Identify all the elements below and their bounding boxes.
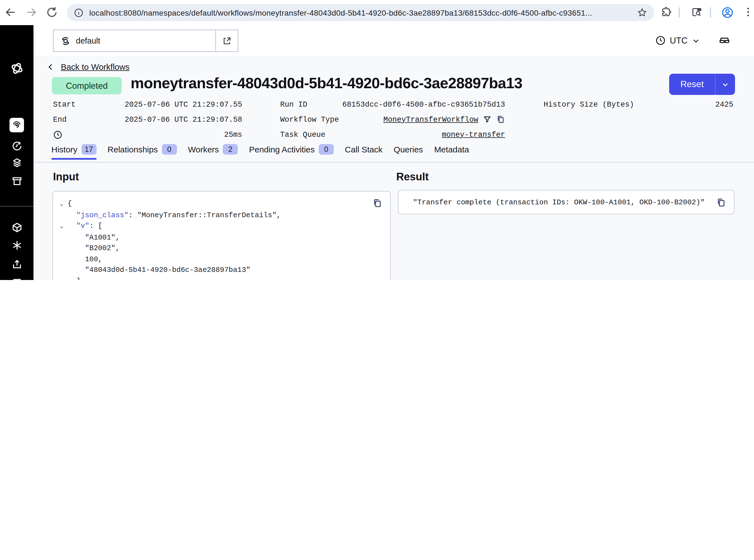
copy-icon[interactable] <box>716 198 726 208</box>
start-value: 2025-07-06 UTC 21:29:07.55 <box>125 100 242 108</box>
filter-funnel-icon[interactable] <box>483 115 492 124</box>
toolbar-separator <box>710 7 711 18</box>
main-content: Back to Workflows Completed moneytransfe… <box>34 56 754 280</box>
app-sidebar: 2.34.0 <box>0 25 34 280</box>
extensions-icon[interactable] <box>660 6 673 18</box>
sidebar-item-docs[interactable] <box>9 276 24 280</box>
tab-pending-activities[interactable]: Pending Activities 0 <box>249 144 334 160</box>
reset-button-label[interactable]: Reset <box>669 74 715 95</box>
chevron-down-icon <box>692 36 700 45</box>
browser-toolbar: localhost:8080/namespaces/default/workfl… <box>0 0 754 26</box>
task-queue-link[interactable]: money-transfer <box>442 131 505 139</box>
copy-icon[interactable] <box>496 115 505 124</box>
tab-pending-activities-count: 0 <box>319 144 334 155</box>
back-icon[interactable] <box>4 6 17 18</box>
reset-button[interactable]: Reset <box>669 74 735 95</box>
timezone-label: UTC <box>670 36 688 45</box>
task-queue-label: Task Queue <box>280 131 325 139</box>
timezone-selector[interactable]: UTC <box>655 25 700 56</box>
status-badge: Completed <box>52 77 122 94</box>
result-heading: Result <box>396 171 429 183</box>
profile-icon[interactable] <box>721 6 733 18</box>
tab-relationships[interactable]: Relationships 0 <box>107 144 177 160</box>
input-json: ⌄{ "json_class": "MoneyTransfer::Transfe… <box>60 198 281 280</box>
tab-workers-count: 2 <box>223 144 238 155</box>
workflow-title: moneytransfer-48043d0d-5b41-4920-bd6c-3a… <box>130 75 523 92</box>
sidebar-divider <box>0 206 34 206</box>
end-value: 2025-07-06 UTC 21:29:07.58 <box>125 115 242 124</box>
result-value: "Transfer complete (transaction IDs: OKW… <box>413 198 705 206</box>
result-panel: "Transfer complete (transaction IDs: OKW… <box>398 190 734 214</box>
tab-metadata[interactable]: Metadata <box>434 144 469 160</box>
back-to-workflows-link[interactable]: Back to Workflows <box>46 62 129 72</box>
bookmark-star-icon[interactable] <box>637 7 647 18</box>
tabs-divider <box>34 162 754 162</box>
sidebar-item-schedules[interactable] <box>9 138 24 153</box>
input-heading: Input <box>53 171 79 183</box>
history-size-value: 2425 <box>715 100 733 108</box>
run-id-value: 68153dcc-d0f6-4500-afbc-c93651b75d13 <box>342 100 505 108</box>
run-id-label: Run ID <box>280 100 307 108</box>
url-text: localhost:8080/namespaces/default/workfl… <box>89 8 637 17</box>
toolbar-separator <box>679 7 680 18</box>
reload-icon[interactable] <box>46 6 58 18</box>
sidebar-item-nexus[interactable] <box>9 238 24 252</box>
screen: localhost:8080/namespaces/default/workfl… <box>0 0 754 280</box>
browser-menu-icon[interactable] <box>742 6 754 18</box>
history-size-label: History Size (Bytes) <box>544 100 634 108</box>
tab-history[interactable]: History 17 <box>52 144 96 160</box>
namespace-open-icon[interactable] <box>216 30 238 52</box>
workflow-type-label: Workflow Type <box>280 115 339 124</box>
tab-search-icon[interactable] <box>691 6 703 18</box>
chevron-left-icon <box>46 62 55 71</box>
tab-history-count: 17 <box>81 144 96 155</box>
forward-icon[interactable] <box>25 6 37 18</box>
duration-icon <box>53 130 62 139</box>
duration-value: 25ms <box>224 131 242 139</box>
workflow-tabs: History 17 Relationships 0 Workers 2 Pen… <box>52 144 469 160</box>
json-collapse-icon[interactable]: ⌄ <box>60 199 67 209</box>
json-collapse-icon[interactable]: ⌄ <box>60 221 67 232</box>
input-panel: ⌄{ "json_class": "MoneyTransfer::Transfe… <box>53 191 391 280</box>
start-label: Start <box>53 100 76 108</box>
sidebar-item-namespaces[interactable] <box>9 155 24 170</box>
site-info-icon[interactable] <box>74 7 84 18</box>
end-label: End <box>53 115 67 124</box>
reset-dropdown-icon[interactable] <box>715 74 735 95</box>
tab-call-stack[interactable]: Call Stack <box>345 144 383 160</box>
tab-workers[interactable]: Workers 2 <box>188 144 238 160</box>
namespace-icon <box>60 36 71 46</box>
tab-queries[interactable]: Queries <box>394 144 423 160</box>
sidebar-item-deployments[interactable] <box>9 220 24 235</box>
labs-mode-icon[interactable] <box>718 34 731 46</box>
sidebar-item-archive[interactable] <box>9 174 24 188</box>
workflow-type-link[interactable]: MoneyTransferWorkflow <box>383 115 478 124</box>
namespace-selector[interactable]: default <box>53 29 238 52</box>
sidebar-item-workflows[interactable] <box>9 118 24 132</box>
tab-relationships-count: 0 <box>162 144 177 155</box>
temporal-logo[interactable] <box>9 61 24 75</box>
namespace-name: default <box>76 36 100 45</box>
clock-icon <box>655 35 666 46</box>
app-header: default UTC <box>34 25 754 56</box>
url-bar[interactable]: localhost:8080/namespaces/default/workfl… <box>67 4 654 21</box>
sidebar-item-import[interactable] <box>9 257 24 271</box>
copy-icon[interactable] <box>372 198 382 208</box>
